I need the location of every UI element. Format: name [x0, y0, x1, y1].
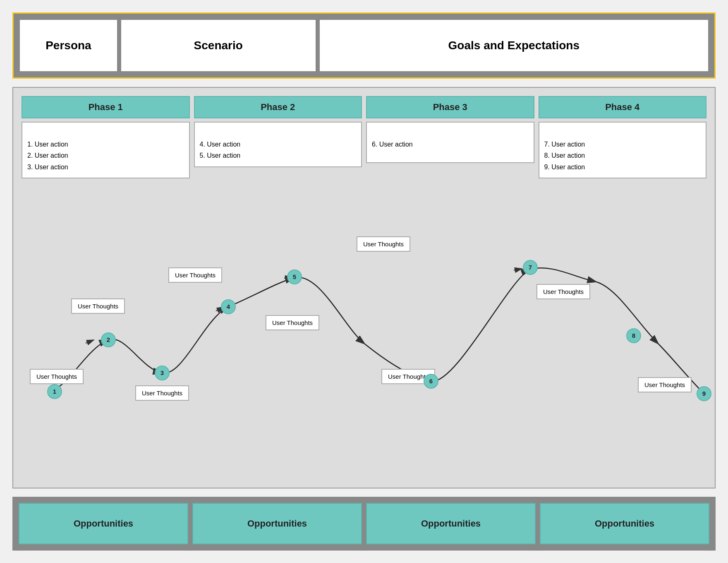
phases-row: Phase 1 1. User action 2. User action 3.… [22, 96, 706, 178]
journey-path-svg [22, 187, 706, 479]
thought-box-3: User Thoughts [135, 385, 189, 401]
step-2: 2 [101, 332, 116, 347]
phase-1-header: Phase 1 [22, 96, 190, 118]
thought-box-4: User Thoughts [168, 267, 222, 283]
thought-box-5: User Thoughts [266, 315, 319, 330]
goals-cell: Goals and Expectations [320, 20, 708, 71]
header-section: Persona Scenario Goals and Expectations [12, 12, 716, 79]
phase-col-1: Phase 1 1. User action 2. User action 3.… [22, 96, 190, 178]
phase-3-actions: 6. User action [366, 122, 534, 163]
phase-3-header: Phase 3 [366, 96, 534, 118]
scenario-cell: Scenario [121, 20, 316, 71]
step-5: 5 [287, 269, 302, 284]
phase-2-header: Phase 2 [194, 96, 362, 118]
opportunity-3: Opportunities [366, 503, 536, 544]
opportunity-4: Opportunities [540, 503, 709, 544]
step-6: 6 [424, 374, 438, 389]
phase-1-actions: 1. User action 2. User action 3. User ac… [22, 122, 190, 178]
opportunity-2: Opportunities [192, 503, 362, 544]
opportunity-1: Opportunities [19, 503, 188, 544]
phase-2-actions: 4. User action 5. User action [194, 122, 362, 167]
journey-canvas: User Thoughts User Thoughts User Thought… [22, 187, 706, 479]
step-1: 1 [47, 384, 62, 399]
phase-col-3: Phase 3 6. User action [366, 96, 534, 178]
phase-col-2: Phase 2 4. User action 5. User action [194, 96, 362, 178]
opportunities-section: Opportunities Opportunities Opportunitie… [12, 497, 716, 551]
thought-box-2: User Thoughts [71, 298, 125, 314]
step-3: 3 [155, 366, 170, 380]
scenario-label: Scenario [194, 39, 243, 52]
step-8: 8 [626, 328, 641, 343]
thought-box-7: User Thoughts [536, 284, 590, 299]
thought-box-above-6: User Thoughts [357, 236, 410, 252]
journey-section: Phase 1 1. User action 2. User action 3.… [12, 87, 716, 488]
phase-4-actions: 7. User action 8. User action 9. User ac… [539, 122, 707, 178]
thought-box-1: User Thoughts [30, 369, 84, 384]
step-7: 7 [523, 260, 538, 275]
svg-line-1 [86, 340, 94, 343]
phase-4-header: Phase 4 [539, 96, 707, 118]
svg-line-4 [514, 269, 522, 270]
step-9: 9 [697, 386, 711, 401]
goals-label: Goals and Expectations [448, 39, 580, 52]
persona-label: Persona [46, 39, 91, 52]
thought-box-8: User Thoughts [638, 377, 692, 392]
persona-cell: Persona [20, 20, 117, 71]
phase-col-4: Phase 4 7. User action 8. User action 9.… [539, 96, 707, 178]
step-4: 4 [221, 299, 236, 314]
